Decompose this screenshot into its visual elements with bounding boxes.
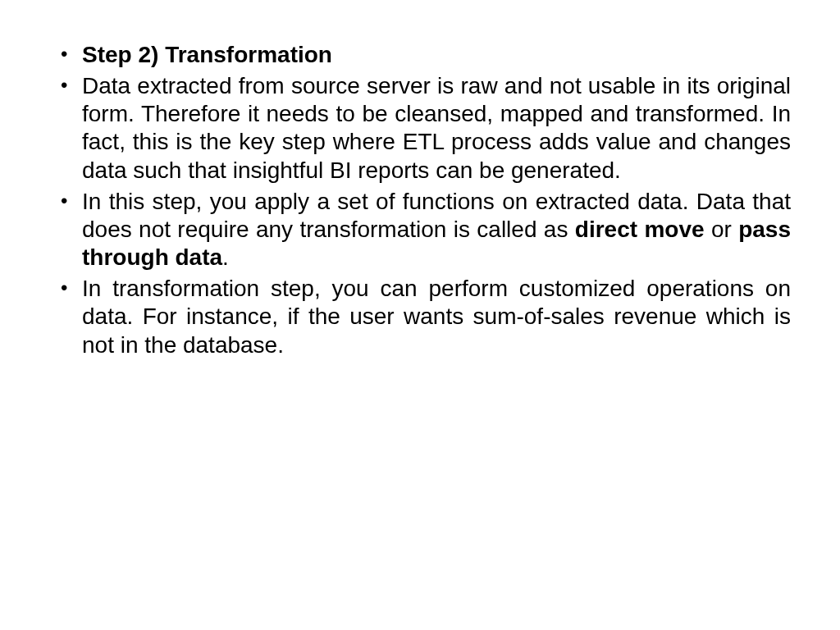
bullet-item: In this step, you apply a set of functio… <box>49 188 791 272</box>
heading-text: Step 2) Transformation <box>82 42 332 67</box>
bullet-item: Data extracted from source server is raw… <box>49 72 791 185</box>
bold-term: direct move <box>575 217 705 242</box>
bullet-item-heading: Step 2) Transformation <box>49 41 791 69</box>
body-text: or <box>705 217 739 242</box>
body-text: In transformation step, you can perform … <box>82 276 791 357</box>
body-text: Data extracted from source server is raw… <box>82 73 791 182</box>
bullet-list: Step 2) Transformation Data extracted fr… <box>49 41 791 359</box>
bullet-item: In transformation step, you can perform … <box>49 275 791 358</box>
body-text: . <box>222 244 229 270</box>
